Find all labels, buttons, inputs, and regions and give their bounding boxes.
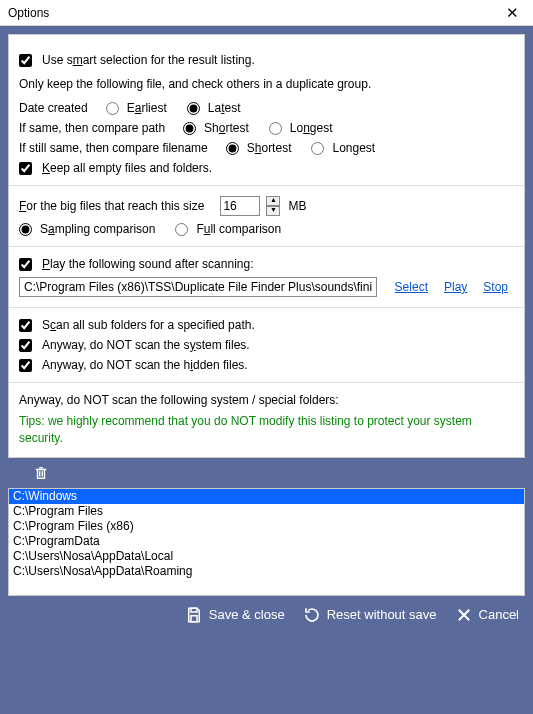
select-link[interactable]: Select bbox=[395, 280, 428, 294]
same-filename-label: If still same, then compare filename bbox=[19, 141, 208, 155]
scan-sub-checkbox[interactable] bbox=[19, 319, 32, 332]
cancel-icon bbox=[455, 606, 473, 624]
reset-button[interactable]: Reset without save bbox=[303, 606, 437, 624]
svg-rect-4 bbox=[38, 469, 45, 478]
close-icon[interactable]: ✕ bbox=[500, 4, 525, 22]
sampling-label: Sampling comparison bbox=[40, 222, 155, 236]
keep-empty-row: Keep all empty files and folders. bbox=[19, 161, 514, 175]
play-link[interactable]: Play bbox=[444, 280, 467, 294]
date-created-label: Date created bbox=[19, 101, 88, 115]
spin-down-icon[interactable]: ▼ bbox=[266, 206, 280, 216]
cancel-button[interactable]: Cancel bbox=[455, 606, 519, 624]
list-item[interactable]: C:\Windows bbox=[9, 489, 524, 504]
big-files-label: For the big files that reach this size bbox=[19, 199, 204, 213]
path-shortest-label: Shortest bbox=[204, 121, 249, 135]
save-icon bbox=[185, 606, 203, 624]
smart-selection-checkbox[interactable] bbox=[19, 54, 32, 67]
sound-path-input[interactable] bbox=[19, 277, 377, 297]
no-hidden-label: Anyway, do NOT scan the hidden files. bbox=[42, 358, 248, 372]
list-item[interactable]: C:\Program Files bbox=[9, 504, 524, 519]
list-item[interactable]: C:\Users\Nosa\AppData\Local bbox=[9, 549, 524, 564]
same-path-label: If same, then compare path bbox=[19, 121, 165, 135]
no-system-label: Anyway, do NOT scan the system files. bbox=[42, 338, 250, 352]
big-files-row: For the big files that reach this size ▲… bbox=[19, 196, 514, 216]
svg-rect-9 bbox=[191, 608, 197, 612]
sampling-radio[interactable] bbox=[19, 223, 32, 236]
big-files-spinner[interactable]: ▲ ▼ bbox=[266, 196, 280, 216]
smart-selection-label: Use smart selection for the result listi… bbox=[42, 53, 255, 67]
scan-sub-label: Scan all sub folders for a specified pat… bbox=[42, 318, 255, 332]
window-title: Options bbox=[8, 6, 49, 20]
exclude-tips: Tips: we highly recommend that you do NO… bbox=[19, 413, 514, 447]
list-item[interactable]: C:\Program Files (x86) bbox=[9, 519, 524, 534]
no-hidden-row: Anyway, do NOT scan the hidden files. bbox=[19, 358, 514, 372]
keep-empty-label: Keep all empty files and folders. bbox=[42, 161, 212, 175]
full-radio[interactable] bbox=[175, 223, 188, 236]
footer: Save & close Reset without save Cancel bbox=[0, 596, 533, 634]
reset-icon bbox=[303, 606, 321, 624]
earliest-label: Earliest bbox=[127, 101, 167, 115]
big-files-input[interactable] bbox=[220, 196, 260, 216]
sound-checkbox[interactable] bbox=[19, 258, 32, 271]
spin-up-icon[interactable]: ▲ bbox=[266, 196, 280, 206]
svg-rect-10 bbox=[191, 615, 197, 621]
fn-shortest-radio[interactable] bbox=[226, 142, 239, 155]
fn-shortest-label: Shortest bbox=[247, 141, 292, 155]
full-label: Full comparison bbox=[196, 222, 281, 236]
same-path-row: If same, then compare path Shortest Long… bbox=[19, 121, 514, 135]
sound-row: Play the following sound after scanning: bbox=[19, 257, 514, 271]
list-item[interactable]: C:\ProgramData bbox=[9, 534, 524, 549]
fn-longest-label: Longest bbox=[332, 141, 375, 155]
latest-label: Latest bbox=[208, 101, 241, 115]
smart-selection-row: Use smart selection for the result listi… bbox=[19, 53, 514, 67]
smart-selection-desc: Only keep the following file, and check … bbox=[19, 77, 514, 91]
save-close-button[interactable]: Save & close bbox=[185, 606, 285, 624]
big-files-unit: MB bbox=[288, 199, 306, 213]
sound-path-row: Select Play Stop bbox=[19, 277, 514, 297]
options-panel: Use smart selection for the result listi… bbox=[8, 34, 525, 458]
path-longest-radio[interactable] bbox=[269, 122, 282, 135]
no-system-checkbox[interactable] bbox=[19, 339, 32, 352]
no-system-row: Anyway, do NOT scan the system files. bbox=[19, 338, 514, 352]
latest-radio[interactable] bbox=[187, 102, 200, 115]
exclude-heading: Anyway, do NOT scan the following system… bbox=[19, 393, 514, 407]
keep-empty-checkbox[interactable] bbox=[19, 162, 32, 175]
earliest-radio[interactable] bbox=[106, 102, 119, 115]
list-item[interactable]: C:\Users\Nosa\AppData\Roaming bbox=[9, 564, 524, 579]
path-longest-label: Longest bbox=[290, 121, 333, 135]
comparison-row: Sampling comparison Full comparison bbox=[19, 222, 514, 236]
path-shortest-radio[interactable] bbox=[183, 122, 196, 135]
titlebar: Options ✕ bbox=[0, 0, 533, 26]
same-filename-row: If still same, then compare filename Sho… bbox=[19, 141, 514, 155]
trash-icon[interactable] bbox=[34, 466, 48, 484]
list-toolbar bbox=[0, 462, 533, 488]
exclude-listbox[interactable]: C:\WindowsC:\Program FilesC:\Program Fil… bbox=[8, 488, 525, 596]
stop-link[interactable]: Stop bbox=[483, 280, 508, 294]
no-hidden-checkbox[interactable] bbox=[19, 359, 32, 372]
scan-sub-row: Scan all sub folders for a specified pat… bbox=[19, 318, 514, 332]
fn-longest-radio[interactable] bbox=[311, 142, 324, 155]
date-created-row: Date created Earliest Latest bbox=[19, 101, 514, 115]
sound-label: Play the following sound after scanning: bbox=[42, 257, 253, 271]
